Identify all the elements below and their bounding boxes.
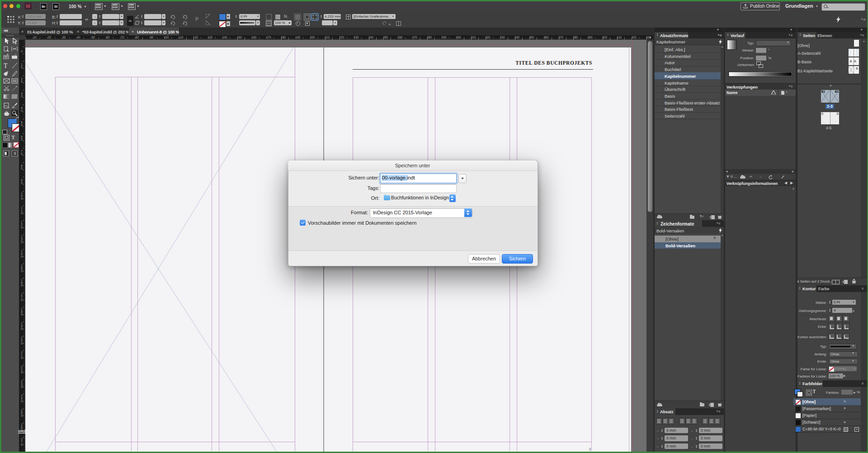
svg-text:400: 400 bbox=[12, 106, 15, 109]
svg-text:T: T bbox=[4, 62, 8, 69]
